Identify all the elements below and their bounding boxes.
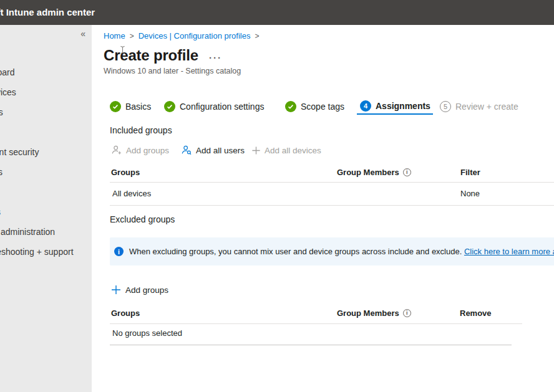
remove-column-header: Remove [460, 308, 492, 318]
groups-column-header: Groups [111, 308, 140, 318]
sidebar-item-endpoint-security[interactable]: Endpoint security [0, 146, 39, 158]
sidebar-item-all-services[interactable]: All services [0, 87, 16, 98]
info-icon[interactable]: i [403, 309, 411, 317]
top-app-bar: Microsoft Intune admin center [0, 0, 554, 25]
text-cursor-icon [120, 45, 125, 57]
breadcrumb: Home>Devices | Configuration profiles> [104, 31, 263, 41]
step-label: Assignments [376, 101, 430, 111]
page-subtitle: Windows 10 and later - Settings catalog [104, 67, 241, 75]
info-filled-icon: i [114, 247, 124, 256]
filter-column-header: Filter [460, 168, 480, 177]
table-row-divider [110, 345, 512, 345]
info-banner: i When excluding groups, you cannot mix … [110, 237, 554, 265]
groups-column-header: Groups [111, 168, 140, 177]
page-title: Create profile [104, 47, 198, 64]
excluded-add-groups-button[interactable]: Add groups [111, 285, 168, 295]
table-row-divider [110, 205, 554, 206]
sidebar-item-reports[interactable]: Reports [0, 166, 2, 178]
included-row-filter-value: None [460, 189, 480, 198]
step-label: Configuration settings [180, 102, 264, 112]
person-add-icon [111, 145, 122, 156]
banner-learn-more-link[interactable]: Click here to learn more about excluding… [464, 247, 554, 256]
step-complete-check-icon [110, 101, 121, 112]
wizard-steps: Basics Configuration settings Scope tags… [92, 98, 554, 116]
sidebar-item-troubleshooting-support[interactable]: Troubleshooting + support [0, 246, 74, 257]
plus-icon [251, 146, 261, 155]
wizard-step-assignments[interactable]: 4 Assignments [357, 98, 433, 115]
context-menu-button[interactable]: ··· [209, 52, 222, 63]
table-header-divider [110, 323, 522, 324]
wizard-step-basics[interactable]: Basics [110, 98, 151, 115]
excluded-add-groups-label: Add groups [125, 285, 168, 295]
step-label: Basics [125, 102, 151, 112]
add-all-devices-button[interactable]: Add all devices [251, 143, 321, 157]
step-complete-check-icon [164, 101, 175, 112]
sidebar-item-devices[interactable]: Devices [0, 107, 3, 118]
intune-admin-center-window: Microsoft Intune admin center « Home Das… [0, 0, 554, 392]
step-label: Review + create [455, 102, 518, 112]
sidebar-item-tenant-administration[interactable]: Tenant administration [0, 226, 55, 237]
plus-icon [111, 285, 121, 295]
person-search-icon [181, 145, 192, 156]
breadcrumb-link-home[interactable]: Home [104, 31, 125, 41]
app-title: Microsoft Intune admin center [0, 0, 95, 25]
info-icon[interactable]: i [403, 168, 411, 176]
wizard-step-review-create[interactable]: 5 Review + create [440, 98, 518, 115]
step-complete-check-icon [285, 101, 296, 112]
step-label: Scope tags [301, 102, 344, 112]
sidebar: « Home Dashboard All services Devices Ap… [0, 25, 92, 392]
group-members-column-header: Group Members i [337, 308, 411, 318]
breadcrumb-separator: > [130, 32, 134, 41]
empty-state-text: No groups selected [112, 328, 182, 338]
add-groups-button[interactable]: Add groups [111, 143, 169, 157]
group-members-column-header: Group Members i [337, 168, 411, 177]
wizard-step-configuration-settings[interactable]: Configuration settings [164, 98, 264, 115]
included-groups-heading: Included groups [110, 125, 172, 135]
wizard-step-scope-tags[interactable]: Scope tags [285, 98, 344, 115]
step-number-badge: 5 [440, 101, 451, 112]
excluded-groups-heading: Excluded groups [110, 214, 175, 224]
table-header-divider [110, 182, 554, 183]
sidebar-collapse-icon[interactable]: « [80, 29, 85, 39]
add-all-users-button[interactable]: Add all users [181, 143, 245, 157]
step-number-badge: 4 [360, 100, 371, 112]
add-all-devices-label: Add all devices [265, 146, 321, 155]
add-groups-label: Add groups [126, 146, 169, 155]
banner-text: When excluding groups, you cannot mix us… [129, 247, 554, 256]
included-row-group-name: All devices [112, 189, 151, 198]
sidebar-item-dashboard[interactable]: Dashboard [0, 67, 15, 78]
breadcrumb-link-configuration-profiles[interactable]: Devices | Configuration profiles [138, 31, 251, 41]
add-all-users-label: Add all users [196, 146, 245, 155]
main-content: Home>Devices | Configuration profiles> C… [92, 25, 554, 392]
breadcrumb-separator: > [255, 32, 259, 41]
sidebar-item-groups[interactable]: Groups [0, 206, 1, 218]
